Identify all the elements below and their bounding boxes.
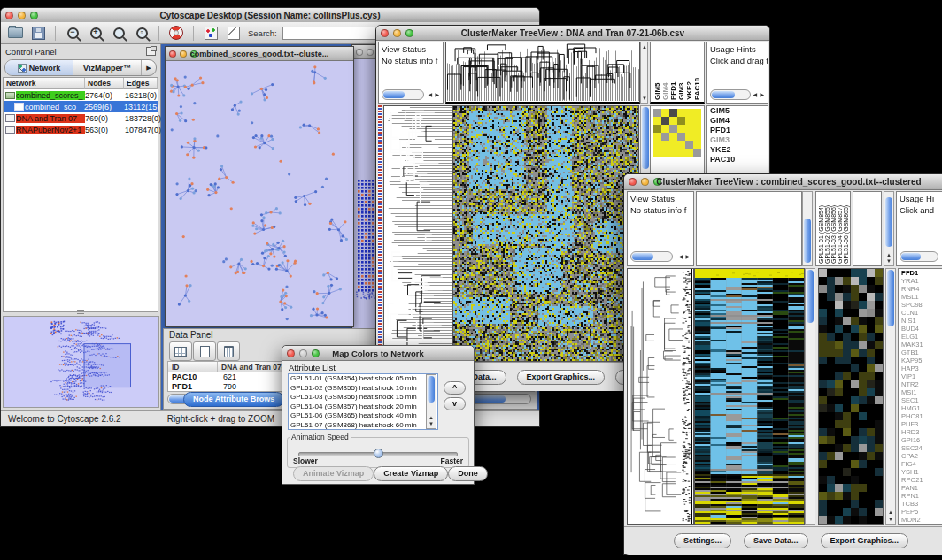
attribute-list-item[interactable]: GPL51-06 (GSM865) heat shock 40 min xyxy=(289,411,437,421)
network-graph-canvas[interactable] xyxy=(166,61,351,326)
new-attribute-button[interactable] xyxy=(193,341,216,361)
move-up-button[interactable]: ^ xyxy=(444,381,466,395)
tv1-slim-vscrollbar[interactable] xyxy=(640,42,648,104)
scroll-left-icon[interactable] xyxy=(678,254,683,259)
gene-label[interactable]: YSH1 xyxy=(899,468,942,476)
gene-label[interactable]: PEP5 xyxy=(899,508,942,516)
vizmapper-icon[interactable] xyxy=(202,25,220,41)
node-attribute-browser-tab[interactable]: Node Attribute Brows xyxy=(183,392,284,407)
scroll-up-icon[interactable] xyxy=(888,510,893,515)
tv1-global-matrix[interactable] xyxy=(653,109,701,157)
gene-label[interactable]: BUD4 xyxy=(899,325,942,333)
gene-label[interactable]: SPC98 xyxy=(899,301,942,309)
attribute-list-item[interactable]: GPL51-03 (GSM856) heat shock 15 min xyxy=(289,393,437,403)
gene-label[interactable]: MSL1 xyxy=(899,293,942,301)
scroll-thumb[interactable] xyxy=(807,270,814,323)
tv1-row-dendrogram[interactable] xyxy=(383,105,452,362)
gene-label[interactable]: PHO81 xyxy=(899,412,942,420)
zoom-out-button[interactable]: − xyxy=(64,25,81,41)
annotation-icon[interactable] xyxy=(225,25,243,41)
gene-label[interactable]: MAK31 xyxy=(899,341,942,349)
scroll-down-icon[interactable] xyxy=(886,258,892,264)
gene-label[interactable]: MON2 xyxy=(899,516,942,524)
attribute-list-item[interactable]: GPL51-02 (GSM855) heat shock 10 min xyxy=(289,384,437,394)
gene-label[interactable]: YKE2 xyxy=(707,145,768,155)
gene-label[interactable]: RPO21 xyxy=(899,476,942,484)
tv2-zoom-heatmap[interactable] xyxy=(818,268,884,525)
scroll-left-icon[interactable] xyxy=(428,92,432,97)
dialog-button[interactable]: Create Vizmap xyxy=(374,466,448,481)
usage-hscrollbar[interactable] xyxy=(710,89,751,100)
scroll-right-icon[interactable] xyxy=(685,254,690,259)
network-window-title-bar[interactable]: combined_scores_good.txt--cluste... xyxy=(166,47,353,61)
view-status-hscrollbar[interactable] xyxy=(382,89,424,100)
scroll-thumb[interactable] xyxy=(885,197,892,247)
gene-label[interactable]: KAP95 xyxy=(899,357,942,364)
scroll-up-icon[interactable] xyxy=(429,415,434,420)
close-icon[interactable] xyxy=(356,49,363,56)
tv1-row-dendrogram-canvas[interactable] xyxy=(384,106,452,361)
tv2-zoom-vscrollbar[interactable] xyxy=(885,268,896,525)
zoom-in-button[interactable]: + xyxy=(87,25,104,41)
save-session-button[interactable] xyxy=(29,25,47,41)
gene-label[interactable]: YRA1 xyxy=(899,277,942,285)
slider-thumb[interactable] xyxy=(374,449,383,458)
gene-label[interactable]: TCB3 xyxy=(899,500,942,508)
tv2-row-dendrogram-canvas[interactable] xyxy=(628,269,693,524)
gene-label[interactable]: VIP1 xyxy=(899,372,942,380)
scroll-down-icon[interactable] xyxy=(642,96,647,101)
tv2-column-dendrogram-area[interactable] xyxy=(696,191,802,266)
search-input[interactable] xyxy=(282,27,380,40)
attribute-list-item[interactable]: GPL51-07 (GSM868) heat shock 60 min xyxy=(289,421,437,431)
gene-label[interactable]: NTR2 xyxy=(899,380,942,388)
speed-slider[interactable] xyxy=(298,452,458,456)
gene-label[interactable]: PUF3 xyxy=(899,420,942,428)
gene-label[interactable]: ELG1 xyxy=(899,333,942,341)
usage-hscrollbar[interactable] xyxy=(900,251,938,262)
gene-label[interactable]: NIS1 xyxy=(899,317,942,325)
tv2-footer-button[interactable]: Save Data... xyxy=(744,533,808,548)
scroll-right-icon[interactable] xyxy=(435,92,439,97)
birdseye-overview-canvas[interactable] xyxy=(3,316,159,408)
tv2-labels-vscrollbar[interactable] xyxy=(884,191,894,266)
tab-network[interactable]: Network xyxy=(5,60,73,75)
tv1-column-dendrogram[interactable] xyxy=(445,42,640,104)
attribute-list-item[interactable]: GPL51-04 (GSM857) heat shock 20 min xyxy=(289,403,437,412)
network-row[interactable]: combined_scores_ 2764(0) 16218(0) xyxy=(4,89,158,101)
delete-attribute-button[interactable] xyxy=(217,341,240,361)
tv1-footer-button[interactable]: Export Graphics... xyxy=(517,370,606,385)
gene-label[interactable]: PAN1 xyxy=(899,484,942,492)
gene-label[interactable]: RNR4 xyxy=(899,285,942,293)
gene-label[interactable]: CLN1 xyxy=(899,309,942,317)
gene-label[interactable]: SEC1 xyxy=(899,396,942,404)
tv2-footer-button[interactable]: Settings... xyxy=(674,533,731,548)
main-title-bar[interactable]: Cytoscape Desktop (Session Name: collins… xyxy=(1,8,539,23)
gene-label[interactable]: HMG1 xyxy=(899,404,942,412)
tv2-heatmap-canvas[interactable] xyxy=(695,269,804,524)
network-row[interactable]: combined_sco 2569(6) 13112(15) xyxy=(4,101,158,112)
scroll-left-icon[interactable] xyxy=(753,92,757,97)
tv2-top-vscrollbar[interactable] xyxy=(802,191,813,266)
gene-label[interactable]: PAC10 xyxy=(707,155,768,165)
dialog-button[interactable]: Animate Vizmap xyxy=(293,466,374,481)
tv1-heatmap-canvas[interactable] xyxy=(453,106,638,361)
dialog-title-bar[interactable]: Map Colors to Network xyxy=(282,346,474,361)
panel-splitter[interactable] xyxy=(1,310,160,314)
gene-label[interactable]: HAP3 xyxy=(899,364,942,372)
scroll-thumb[interactable] xyxy=(642,107,649,169)
gene-label[interactable]: SEC24 xyxy=(899,444,942,452)
zoom-fit-button[interactable] xyxy=(110,25,127,41)
tv2-footer-button[interactable]: Export Graphics... xyxy=(821,533,909,548)
minimize-icon[interactable] xyxy=(367,49,374,56)
dialog-button[interactable]: Done xyxy=(448,466,488,481)
gene-label[interactable]: GPI16 xyxy=(899,436,942,444)
attribute-list[interactable]: GPL51-01 (GSM854) heat shock 05 minGPL51… xyxy=(288,373,438,430)
scroll-thumb[interactable] xyxy=(887,270,894,326)
scroll-thumb[interactable] xyxy=(804,219,811,263)
zoom-selected-button[interactable]: ▫ xyxy=(133,25,151,41)
gene-label[interactable]: GIM5 xyxy=(707,106,768,116)
view-status-hscrollbar[interactable] xyxy=(630,251,673,262)
gene-label[interactable]: MSI1 xyxy=(899,388,942,396)
attribute-list-vscrollbar[interactable] xyxy=(426,374,436,429)
gene-label[interactable]: GIM4 xyxy=(707,116,768,126)
